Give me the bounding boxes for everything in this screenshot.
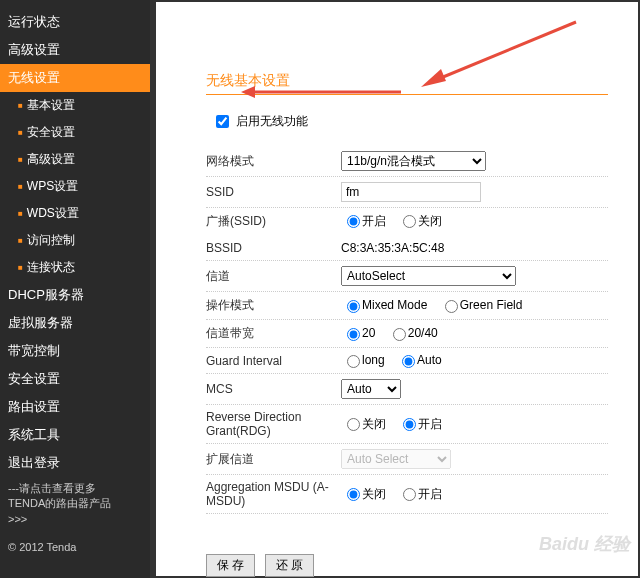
main-panel: 无线基本设置 启用无线功能 网络模式 11b/g/n混合模式 SSID 广播(S… bbox=[150, 0, 640, 578]
channel-select[interactable]: AutoSelect bbox=[341, 266, 516, 286]
sidebar-item-label: DHCP服务器 bbox=[8, 286, 84, 304]
ssid-input[interactable] bbox=[341, 182, 481, 202]
mcs-label: MCS bbox=[206, 382, 341, 396]
enable-wireless-label: 启用无线功能 bbox=[236, 114, 308, 128]
sidebar-item-label: 安全设置 bbox=[27, 124, 75, 141]
footer-link[interactable]: ---请点击查看更多 TENDA的路由器产品 >>> bbox=[0, 477, 150, 531]
sidebar-item-label: 无线设置 bbox=[8, 69, 60, 87]
amsdu-on-radio[interactable] bbox=[403, 488, 416, 501]
bw-2040-radio[interactable] bbox=[393, 328, 406, 341]
bssid-label: BSSID bbox=[206, 241, 341, 255]
netmode-select[interactable]: 11b/g/n混合模式 bbox=[341, 151, 486, 171]
sidebar-item-4[interactable]: ■安全设置 bbox=[0, 119, 150, 146]
extch-select: Auto Select bbox=[341, 449, 451, 469]
bullet-icon: ■ bbox=[18, 209, 23, 218]
sidebar-item-0[interactable]: 运行状态 bbox=[0, 8, 150, 36]
rdg-label: Reverse Direction Grant(RDG) bbox=[206, 410, 341, 438]
save-button[interactable]: 保 存 bbox=[206, 554, 255, 577]
sidebar-item-3[interactable]: ■基本设置 bbox=[0, 92, 150, 119]
sidebar-item-15[interactable]: 系统工具 bbox=[0, 421, 150, 449]
enable-wireless-row: 启用无线功能 bbox=[206, 113, 608, 130]
sidebar-item-5[interactable]: ■高级设置 bbox=[0, 146, 150, 173]
ssid-label: SSID bbox=[206, 185, 341, 199]
rdg-off-radio[interactable] bbox=[347, 418, 360, 431]
bullet-icon: ■ bbox=[18, 128, 23, 137]
sidebar-item-12[interactable]: 带宽控制 bbox=[0, 337, 150, 365]
gi-long-radio[interactable] bbox=[347, 355, 360, 368]
sidebar-item-label: 高级设置 bbox=[27, 151, 75, 168]
mcs-select[interactable]: Auto bbox=[341, 379, 401, 399]
opmode-label: 操作模式 bbox=[206, 297, 341, 314]
sidebar-item-1[interactable]: 高级设置 bbox=[0, 36, 150, 64]
sidebar-item-14[interactable]: 路由设置 bbox=[0, 393, 150, 421]
sidebar-item-label: 运行状态 bbox=[8, 13, 60, 31]
sidebar-item-label: 路由设置 bbox=[8, 398, 60, 416]
sidebar-item-6[interactable]: ■WPS设置 bbox=[0, 173, 150, 200]
sidebar-item-label: 虚拟服务器 bbox=[8, 314, 73, 332]
sidebar-item-label: 安全设置 bbox=[8, 370, 60, 388]
sidebar-item-label: 访问控制 bbox=[27, 232, 75, 249]
rdg-on-radio[interactable] bbox=[403, 418, 416, 431]
sidebar-item-8[interactable]: ■访问控制 bbox=[0, 227, 150, 254]
sidebar-item-7[interactable]: ■WDS设置 bbox=[0, 200, 150, 227]
broadcast-label: 广播(SSID) bbox=[206, 213, 341, 230]
sidebar-item-label: WDS设置 bbox=[27, 205, 79, 222]
bssid-value: C8:3A:35:3A:5C:48 bbox=[341, 241, 608, 255]
amsdu-label: Aggregation MSDU (A-MSDU) bbox=[206, 480, 341, 508]
restore-button[interactable]: 还 原 bbox=[265, 554, 314, 577]
sidebar-item-13[interactable]: 安全设置 bbox=[0, 365, 150, 393]
enable-wireless-checkbox[interactable] bbox=[216, 115, 229, 128]
sidebar-item-2[interactable]: 无线设置 bbox=[0, 64, 150, 92]
bw-20-radio[interactable] bbox=[347, 328, 360, 341]
bullet-icon: ■ bbox=[18, 263, 23, 272]
broadcast-on-radio[interactable] bbox=[347, 215, 360, 228]
gi-label: Guard Interval bbox=[206, 354, 341, 368]
broadcast-off-radio[interactable] bbox=[403, 215, 416, 228]
section-title: 无线基本设置 bbox=[206, 72, 608, 95]
sidebar-item-label: 退出登录 bbox=[8, 454, 60, 472]
bullet-icon: ■ bbox=[18, 101, 23, 110]
watermark: Baidu 经验 bbox=[539, 532, 630, 556]
sidebar-item-label: 连接状态 bbox=[27, 259, 75, 276]
gi-auto-radio[interactable] bbox=[402, 355, 415, 368]
sidebar-item-label: WPS设置 bbox=[27, 178, 78, 195]
bullet-icon: ■ bbox=[18, 236, 23, 245]
sidebar-item-11[interactable]: 虚拟服务器 bbox=[0, 309, 150, 337]
opmode-mixed-radio[interactable] bbox=[347, 300, 360, 313]
sidebar-item-label: 系统工具 bbox=[8, 426, 60, 444]
sidebar-item-9[interactable]: ■连接状态 bbox=[0, 254, 150, 281]
amsdu-off-radio[interactable] bbox=[347, 488, 360, 501]
extch-label: 扩展信道 bbox=[206, 451, 341, 468]
bullet-icon: ■ bbox=[18, 182, 23, 191]
sidebar-item-label: 高级设置 bbox=[8, 41, 60, 59]
netmode-label: 网络模式 bbox=[206, 153, 341, 170]
sidebar-item-label: 带宽控制 bbox=[8, 342, 60, 360]
channel-label: 信道 bbox=[206, 268, 341, 285]
sidebar-item-16[interactable]: 退出登录 bbox=[0, 449, 150, 477]
copyright: © 2012 Tenda bbox=[8, 541, 76, 553]
bw-label: 信道带宽 bbox=[206, 325, 341, 342]
bullet-icon: ■ bbox=[18, 155, 23, 164]
sidebar: 运行状态高级设置无线设置■基本设置■安全设置■高级设置■WPS设置■WDS设置■… bbox=[0, 0, 150, 578]
sidebar-item-10[interactable]: DHCP服务器 bbox=[0, 281, 150, 309]
opmode-green-radio[interactable] bbox=[445, 300, 458, 313]
sidebar-item-label: 基本设置 bbox=[27, 97, 75, 114]
